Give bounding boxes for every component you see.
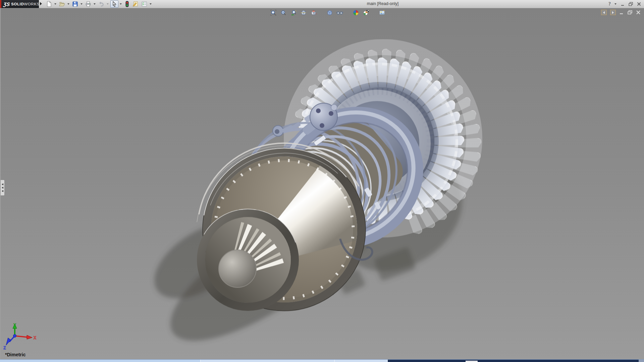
view-settings-icon	[379, 9, 385, 16]
open-dropdown-caret[interactable]	[67, 3, 69, 5]
rebuild-button[interactable]	[123, 0, 131, 8]
taskbar-segment[interactable]	[388, 360, 644, 362]
new-document-icon	[46, 1, 52, 7]
taskbar-notch	[466, 361, 478, 362]
file-properties-icon	[132, 1, 139, 7]
open-document-button[interactable]	[58, 0, 66, 8]
zoom-to-area-icon	[280, 9, 287, 16]
headsup-view-toolbar	[269, 9, 386, 16]
document-title: main [Read-only]	[367, 1, 399, 6]
select-cursor-icon	[111, 1, 118, 7]
casing-rings	[243, 123, 371, 252]
minimize-button[interactable]	[621, 2, 625, 6]
3ds-logo-icon: ƷS	[3, 1, 10, 7]
new-dropdown-caret[interactable]	[54, 3, 56, 5]
minimize-document-button[interactable]	[619, 10, 624, 15]
reference-triad: Y X Z	[1, 322, 42, 354]
new-document-button[interactable]	[45, 0, 53, 8]
options-icon	[141, 1, 148, 7]
print-button[interactable]	[84, 0, 92, 8]
hanging-hose	[340, 239, 372, 260]
restore-button[interactable]	[628, 2, 634, 6]
save-icon	[72, 1, 78, 7]
close-document-button[interactable]	[636, 10, 641, 15]
open-document-icon	[59, 1, 65, 7]
turbine-blades	[298, 58, 464, 224]
section-view-icon	[300, 9, 307, 16]
taskbar-edge[interactable]	[0, 359, 644, 362]
nozzle-ring	[197, 209, 299, 311]
apply-scene-icon	[363, 9, 369, 16]
zoom-to-fit-icon	[270, 9, 277, 16]
select-dropdown-caret[interactable]	[120, 3, 122, 5]
fan-hub	[324, 84, 438, 198]
triad-y-label: Y	[13, 323, 16, 327]
next-pane-button[interactable]	[610, 10, 616, 15]
view-orientation-button[interactable]	[310, 9, 318, 16]
display-style-button[interactable]	[326, 9, 334, 16]
save-button[interactable]	[71, 0, 79, 8]
close-button[interactable]	[637, 2, 641, 6]
translucent-shroud	[301, 64, 457, 220]
edit-appearance-button[interactable]	[352, 9, 360, 16]
exhaust-plug-cone	[211, 145, 369, 303]
zoom-to-area-button[interactable]	[279, 9, 287, 16]
menu-flyout-arrow[interactable]	[40, 2, 42, 5]
hide-show-items-button[interactable]	[336, 9, 344, 16]
feature-manager-collapse-tab[interactable]	[1, 180, 5, 196]
graphics-viewport[interactable]: Y X Z *Dimetric	[0, 8, 644, 360]
eyeglasses-icon	[336, 9, 343, 16]
3d-model-jet-engine	[1, 8, 644, 362]
window-controls: ?	[608, 0, 641, 8]
center-shaft-cap	[219, 250, 256, 288]
print-dropdown-caret[interactable]	[94, 3, 96, 5]
ghost-shroud-ring	[292, 47, 474, 230]
taskbar-segment[interactable]	[335, 360, 388, 362]
undo-dropdown-caret[interactable]	[107, 3, 109, 5]
view-orientation-icon	[310, 9, 317, 16]
taskbar-segment[interactable]	[201, 360, 335, 362]
help-dropdown-caret[interactable]	[614, 3, 616, 5]
solidworks-window: ƷS SOLIDWORKS	[0, 0, 644, 362]
model-shadow	[142, 137, 484, 362]
save-dropdown-caret[interactable]	[80, 3, 83, 5]
mount-ring-assembly	[256, 86, 440, 267]
display-style-icon	[326, 9, 333, 16]
brand-name: SOLIDWORKS	[11, 2, 40, 6]
document-window-controls	[601, 10, 641, 15]
restore-document-button[interactable]	[627, 10, 633, 15]
select-tool-button[interactable]	[110, 0, 118, 8]
apply-scene-button[interactable]	[362, 9, 370, 16]
standard-toolbar	[45, 0, 153, 8]
zoom-to-fit-button[interactable]	[269, 9, 277, 16]
undo-button[interactable]	[97, 0, 105, 8]
combustor-body	[272, 102, 411, 240]
appearance-ball-icon	[353, 9, 359, 16]
help-button[interactable]: ?	[608, 1, 611, 7]
section-view-button[interactable]	[300, 9, 308, 16]
fluted-turbine-cone	[227, 222, 284, 279]
previous-view-icon	[290, 9, 297, 16]
solidworks-logo: ƷS SOLIDWORKS	[0, 0, 39, 8]
triad-x-label: X	[34, 336, 36, 340]
view-settings-button[interactable]	[378, 9, 386, 16]
triad-z-label: Z	[3, 346, 6, 350]
file-properties-button[interactable]	[131, 0, 140, 8]
ghost-turbine-blades	[294, 49, 481, 235]
engine-piping	[240, 95, 421, 270]
taskbar-segment[interactable]	[0, 360, 201, 362]
options-button[interactable]	[140, 0, 148, 8]
taskbar-corner	[639, 360, 644, 362]
traffic-light-icon	[124, 1, 130, 7]
logo-accent-bar	[0, 0, 1, 8]
previous-pane-button[interactable]	[601, 10, 607, 15]
print-icon	[85, 1, 92, 7]
view-orientation-label: *Dimetric	[5, 352, 25, 357]
front-nacelle-ring	[197, 143, 366, 311]
undo-icon	[98, 1, 105, 7]
titlebar: ƷS SOLIDWORKS	[0, 0, 644, 8]
options-dropdown-caret[interactable]	[150, 3, 152, 5]
previous-view-button[interactable]	[289, 9, 298, 16]
